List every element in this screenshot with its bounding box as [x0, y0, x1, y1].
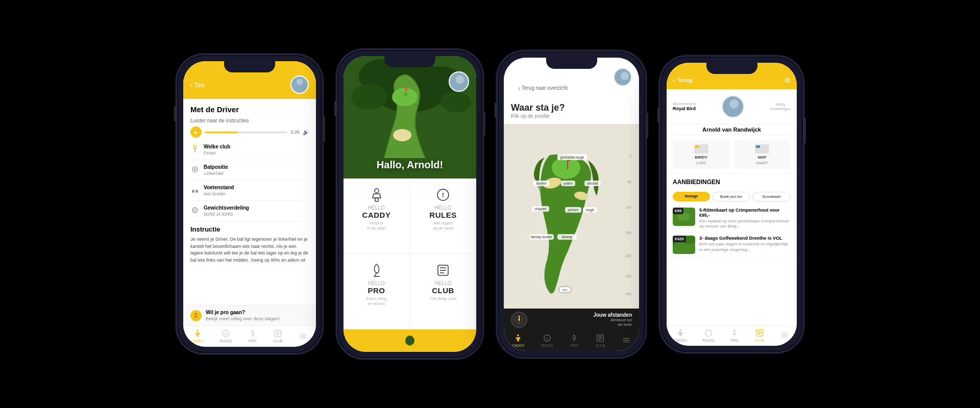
- play-button[interactable]: ▶: [190, 126, 202, 138]
- hello-caddy-card[interactable]: HELLO CADDY Helpt jein de baan: [344, 178, 410, 254]
- phone3-bottom-bar: Jouw afstanden Afstand totde hole: [504, 309, 639, 331]
- map-area[interactable]: 0 50 100 150 200 250 300: [504, 124, 639, 309]
- svg-text:fairway bunker: fairway bunker: [531, 235, 553, 239]
- club-value: Driver: [204, 150, 216, 156]
- phone3-nav-rules[interactable]: R RULES: [541, 334, 553, 347]
- phone3-back-button[interactable]: ‹ Terug naar overzicht: [511, 71, 575, 96]
- weight-info: Gewichtsverdeling 50/50 of 40/60: [204, 205, 309, 217]
- aanbieding-2-text: 3- daags Golfweekend Drenthe is VOL Echt…: [699, 236, 791, 254]
- wing-label: Wing: [770, 102, 791, 107]
- aanbieding-2-title: 3- daags Golfweekend Drenthe is VOL: [699, 236, 791, 241]
- phone-4-screen: ‹ Terug ⚙ Abonnement Royal Bird: [667, 63, 797, 346]
- phone3-back-label: Terug naar overzicht: [522, 85, 568, 91]
- club-icon: [190, 144, 200, 154]
- chevron-left-icon-4: ‹: [673, 76, 675, 84]
- feet-value: Iets breder: [204, 191, 226, 196]
- pro-banner[interactable]: 🏌 Wil je pro gaan? Bekijk meer uitleg ov…: [183, 305, 316, 325]
- phone4-nav-menu[interactable]: [780, 330, 789, 340]
- hello-caddy-name: CADDY: [362, 211, 391, 219]
- hello-caddy-prefix: HELLO: [368, 205, 385, 211]
- nav-caddy-1[interactable]: CADDY: [191, 329, 204, 343]
- back-button-1[interactable]: ‹ Tee: [190, 81, 205, 89]
- svg-point-29: [392, 88, 418, 106]
- ball-position-icon: [190, 165, 200, 174]
- birdy-card-icon: [694, 144, 708, 154]
- phone4-nav-caddy[interactable]: CADDY: [674, 328, 687, 342]
- boek-les-button[interactable]: Boek een les: [712, 192, 750, 201]
- inrange-button[interactable]: Inrange: [673, 192, 710, 201]
- svg-line-39: [375, 272, 377, 276]
- phone3-nav-pro[interactable]: PRO: [570, 334, 579, 347]
- phone-4: ‹ Terug ⚙ Abonnement Royal Bird: [660, 57, 803, 352]
- golf-background: Hallo, Arnold!: [344, 56, 476, 178]
- pro-icon: 🏌: [190, 310, 202, 321]
- aanbieding-1[interactable]: €95 5-Rittenkaart op Crimpenerhout voor …: [667, 205, 797, 233]
- aanbieding-1-title: 5-Rittenkaart op Crimpenerhout voor €95,…: [699, 208, 791, 218]
- chevron-left-icon-3: ‹: [518, 84, 521, 92]
- phone4-bottom-nav: CADDY RULES PRO CLUB: [667, 325, 797, 346]
- profile-avatar: [722, 95, 744, 118]
- svg-point-27: [440, 92, 471, 112]
- compass-button[interactable]: [511, 312, 527, 328]
- phone4-nav-pro[interactable]: PRO: [730, 328, 739, 342]
- profile-name: Arnold van Randwijck: [673, 124, 791, 135]
- hello-pro-name: PRO: [368, 286, 385, 295]
- aanbieding-1-image-wrapper: €95: [673, 208, 695, 226]
- phone1-bottom-nav: CADDY R RULES PRO CLUB: [183, 325, 316, 347]
- hello-caddy-desc: Helpt jein de baan: [367, 221, 386, 232]
- settings-icon[interactable]: ⚙: [784, 76, 791, 84]
- phone-2-screen: Hallo, Arnold! HELLO CADDY Helpt jein de…: [344, 56, 476, 352]
- notch-3: [546, 58, 597, 69]
- svg-text:rough: rough: [586, 208, 595, 212]
- svg-text:putten: putten: [564, 182, 573, 186]
- phone3-nav-club[interactable]: CLUB: [596, 334, 605, 347]
- phone4-content: Abonnement Royal Bird Wing Instellingen: [667, 89, 797, 325]
- birdy-card[interactable]: BIRDY CARD: [673, 140, 730, 169]
- phone4-back-button[interactable]: ‹ Terug: [673, 76, 692, 84]
- hello-pro-card[interactable]: HELLO PRO Extra uitlegen lessen: [344, 254, 410, 329]
- phone2-bottom-bar: [344, 329, 476, 352]
- price-badge-2: €425: [673, 236, 686, 242]
- profile-settings-right: Wing Instellingen: [770, 102, 791, 111]
- phone3-nav-menu[interactable]: [622, 336, 631, 345]
- phone4-nav-club[interactable]: CLUB: [755, 328, 765, 342]
- ngf-card[interactable]: NGF KAART: [734, 140, 791, 169]
- action-buttons: Inrange Boek een les Scorekaart: [667, 189, 797, 205]
- weight-icon: [190, 206, 200, 215]
- hello-rules-desc: Alle regelsbij de hand: [433, 221, 453, 232]
- scorekaart-button[interactable]: Scorekaart: [752, 192, 791, 201]
- aanbieding-2-image-wrapper: €425: [673, 236, 695, 254]
- nav-menu-1[interactable]: [299, 332, 308, 341]
- svg-point-33: [456, 75, 464, 84]
- aanbieding-1-text: 5-Rittenkaart op Crimpenerhout voor €95,…: [699, 208, 791, 230]
- audio-time: 0:26: [290, 130, 300, 135]
- svg-point-84: [518, 319, 520, 321]
- aanbieding-2[interactable]: €425 3- daags Golfweekend Drenthe is VOL…: [667, 233, 797, 258]
- svg-rect-99: [695, 145, 699, 148]
- pro-title: Wil je pro gaan?: [206, 310, 280, 315]
- svg-text:100: 100: [625, 206, 631, 209]
- nav-club-1[interactable]: CLUB: [273, 329, 283, 343]
- phone3-title-section: Waar sta je? Klik op de positie: [504, 100, 639, 124]
- svg-text:0: 0: [629, 155, 631, 158]
- svg-point-26: [351, 84, 387, 110]
- afstand-text: Jouw afstanden Afstand totde hole: [593, 312, 632, 327]
- svg-rect-7: [195, 190, 198, 193]
- ball-label: Balpositie: [204, 164, 309, 170]
- volume-icon: 🔊: [303, 130, 309, 135]
- hello-club-card[interactable]: HELLO CLUB The Birdy Club: [410, 254, 476, 329]
- info-row-club: Welke club Driver: [190, 144, 309, 160]
- phone3-nav-caddy[interactable]: CADDY: [512, 334, 525, 347]
- phone4-nav-rules[interactable]: RULES: [702, 328, 714, 342]
- profile-section: Abonnement Royal Bird Wing Instellingen: [667, 89, 797, 124]
- ngf-card-sublabel: KAART: [756, 161, 768, 165]
- phone3-bottom-nav: CADDY R RULES PRO CLUB: [504, 331, 639, 351]
- weight-value: 50/50 of 40/60: [204, 212, 233, 217]
- nav-pro-1[interactable]: PRO: [248, 329, 257, 343]
- svg-text:greenside rough: greenside rough: [560, 156, 584, 160]
- svg-text:R: R: [546, 337, 549, 340]
- phone-3: ‹ Terug naar overzicht Waar sta je? Klik…: [498, 52, 645, 357]
- hello-club-desc: The Birdy Club: [430, 296, 457, 301]
- nav-rules-1[interactable]: R RULES: [220, 329, 232, 343]
- hello-rules-card[interactable]: ! HELLO RULES Alle regelsbij de hand: [410, 178, 476, 254]
